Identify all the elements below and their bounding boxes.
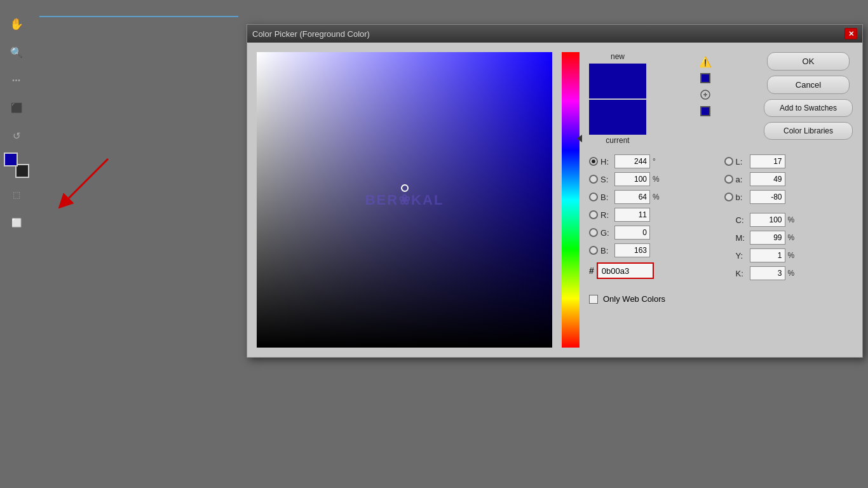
left-panel: ✋ 🔍 ••• ⬛ ↺ ⬚ ⬜ <box>0 0 245 488</box>
yellow-input[interactable] <box>750 248 785 262</box>
hue-gradient[interactable] <box>562 52 580 348</box>
only-web-colors-label: Only Web Colors <box>603 294 665 304</box>
current-color-preview <box>589 100 646 135</box>
lab-a-input[interactable] <box>750 172 785 186</box>
gradient-canvas[interactable]: BER❀KAL <box>257 52 552 348</box>
hue-radio[interactable] <box>589 157 598 166</box>
ok-button[interactable]: OK <box>767 52 850 71</box>
lab-b-field-row: b: <box>724 190 853 204</box>
lab-l-field-row: L: <box>724 154 853 168</box>
gradient-cursor <box>401 184 409 192</box>
more-tools[interactable]: ••• <box>5 69 28 92</box>
lab-l-input[interactable] <box>750 154 785 168</box>
lab-cmyk-fields: L: a: b: <box>724 154 853 284</box>
hex-input[interactable] <box>597 262 654 279</box>
hue-input[interactable] <box>614 154 650 168</box>
lab-a-radio[interactable] <box>724 175 733 184</box>
hand-tool[interactable]: ✋ <box>5 13 28 36</box>
key-field-row: K: % <box>724 266 853 280</box>
dialog-body: BER❀KAL new current ⚠️ <box>247 43 862 357</box>
saturation-label: S: <box>600 175 612 184</box>
dialog-titlebar: Color Picker (Foreground Color) ✕ <box>247 25 862 43</box>
red-label: R: <box>600 210 612 220</box>
magenta-field-row: M: % <box>724 231 853 245</box>
red-field-row: R: <box>589 208 718 222</box>
saturation-input[interactable] <box>614 172 650 186</box>
hsb-rgb-fields: H: ° S: % B: <box>589 154 718 284</box>
color-fields-area: H: ° S: % B: <box>589 154 853 284</box>
blue-label: B: <box>600 246 612 255</box>
frame-tool[interactable]: ⬛ <box>5 97 28 119</box>
blue-input[interactable] <box>614 243 650 257</box>
rotate-tool[interactable]: ↺ <box>5 125 28 147</box>
magenta-unit: % <box>788 233 797 242</box>
close-button[interactable]: ✕ <box>844 28 857 39</box>
dialog-title: Color Picker (Foreground Color) <box>252 29 370 39</box>
color-picker-dialog: Color Picker (Foreground Color) ✕ BER❀KA… <box>247 24 863 358</box>
cancel-button[interactable]: Cancel <box>767 76 850 94</box>
hex-hash-symbol: # <box>589 266 594 276</box>
swatch-icon[interactable] <box>699 105 712 118</box>
blue-radio[interactable] <box>589 246 598 255</box>
lab-a-label: a: <box>736 175 747 184</box>
only-web-colors-row: Only Web Colors <box>589 294 853 304</box>
only-web-colors-checkbox[interactable] <box>589 295 598 304</box>
lab-l-radio[interactable] <box>724 157 733 166</box>
blue-field-row: B: <box>589 243 718 257</box>
hue-unit: ° <box>653 157 661 166</box>
cyan-input[interactable] <box>750 213 785 227</box>
yellow-label: Y: <box>736 251 747 261</box>
green-label: G: <box>600 228 612 238</box>
green-field-row: G: <box>589 226 718 240</box>
selection-tool[interactable]: ⬚ <box>5 183 28 206</box>
lab-b-label: b: <box>736 193 747 202</box>
library-icon[interactable] <box>699 88 712 101</box>
key-input[interactable] <box>750 266 785 280</box>
foreground-color-swatch[interactable] <box>4 152 18 166</box>
cyan-label: C: <box>736 215 747 225</box>
green-input[interactable] <box>614 226 650 240</box>
canvas-area <box>39 16 238 17</box>
brightness-label: B: <box>600 193 612 202</box>
saturation-radio[interactable] <box>589 175 598 184</box>
zoom-tool[interactable]: 🔍 <box>5 41 28 64</box>
red-input[interactable] <box>614 208 650 222</box>
watermark-text: BER❀KAL <box>365 192 444 208</box>
brightness-field-row: B: % <box>589 190 718 204</box>
gamut-warning-icon[interactable]: ⚠️ <box>699 55 712 68</box>
new-label: new <box>611 52 625 61</box>
current-label: current <box>606 136 629 145</box>
cyan-field-row: C: % <box>724 213 853 227</box>
color-preview-column: new current <box>589 52 646 146</box>
color-gradient-picker[interactable]: BER❀KAL <box>257 52 552 348</box>
key-label: K: <box>736 269 747 278</box>
action-buttons: OK Cancel Add to Swatches Color Librarie… <box>764 52 853 140</box>
lab-b-input[interactable] <box>750 190 785 204</box>
web-color-icon[interactable] <box>699 72 712 85</box>
brightness-input[interactable] <box>614 190 650 204</box>
lab-a-field-row: a: <box>724 172 853 186</box>
cyan-unit: % <box>788 215 797 224</box>
lab-b-radio[interactable] <box>724 193 733 201</box>
magenta-label: M: <box>736 233 747 243</box>
magenta-input[interactable] <box>750 231 785 245</box>
brightness-radio[interactable] <box>589 193 598 201</box>
brightness-unit: % <box>653 193 661 201</box>
yellow-unit: % <box>788 251 797 260</box>
dialog-right-panel: new current ⚠️ <box>589 52 853 348</box>
toolbar: ✋ 🔍 ••• ⬛ ↺ ⬚ ⬜ <box>0 6 33 240</box>
color-libraries-button[interactable]: Color Libraries <box>764 122 853 140</box>
add-to-swatches-button[interactable]: Add to Swatches <box>764 99 853 117</box>
color-swatch-tool[interactable] <box>4 152 29 178</box>
key-unit: % <box>788 269 797 278</box>
yellow-field-row: Y: % <box>724 248 853 262</box>
warning-icons-group: ⚠️ <box>699 52 712 118</box>
hue-slider[interactable] <box>562 52 580 348</box>
red-radio[interactable] <box>589 210 598 219</box>
hue-label: H: <box>600 157 612 166</box>
hue-slider-cursor <box>577 135 582 142</box>
lab-l-label: L: <box>736 157 747 166</box>
saturation-field-row: S: % <box>589 172 718 186</box>
green-radio[interactable] <box>589 228 598 237</box>
artboard-tool[interactable]: ⬜ <box>5 211 28 234</box>
